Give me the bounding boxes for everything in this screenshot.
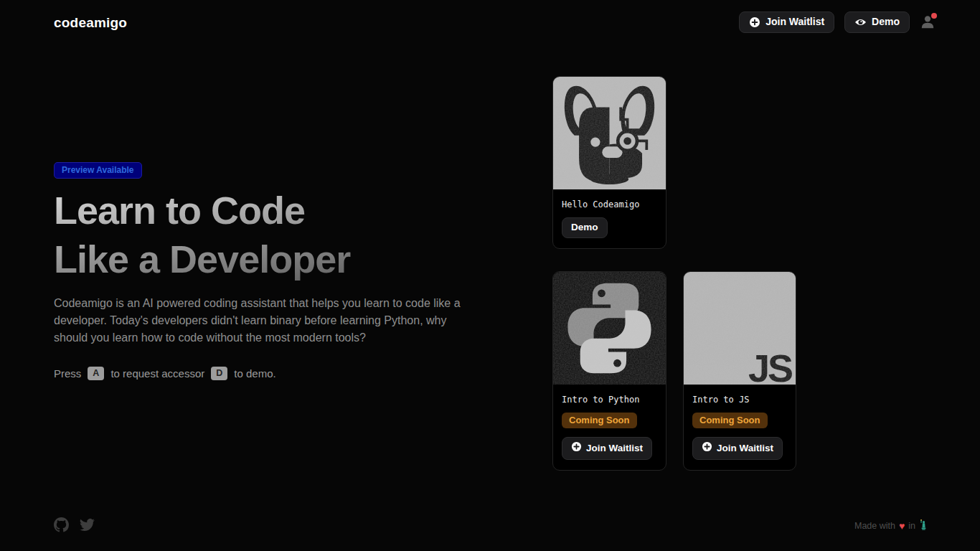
statue-of-liberty-icon	[919, 519, 928, 532]
card-join-waitlist-label: Join Waitlist	[586, 443, 643, 454]
card-demo-label: Demo	[571, 222, 598, 233]
brand-logo[interactable]: codeamigo	[54, 15, 127, 31]
preview-available-badge: Preview Available	[54, 162, 142, 179]
keyboard-hint: Press A to request accessor D to demo.	[54, 367, 484, 380]
plus-circle-icon	[702, 441, 712, 455]
card-join-waitlist-label: Join Waitlist	[717, 443, 773, 454]
made-with-middle: in	[908, 521, 915, 531]
github-link[interactable]	[54, 517, 69, 535]
social-links	[54, 517, 95, 535]
key-d[interactable]: D	[211, 367, 227, 380]
user-silhouette-icon	[920, 20, 936, 32]
join-waitlist-button[interactable]: Join Waitlist	[739, 11, 834, 33]
twitter-icon	[80, 522, 95, 534]
js-logo-text: JS	[748, 346, 791, 385]
card-body: Intro to JS Coming Soon Join Waitlist	[684, 385, 796, 470]
card-demo-button[interactable]: Demo	[562, 217, 608, 238]
plus-circle-icon	[749, 17, 760, 28]
card-body: Hello Codeamigo Demo	[553, 189, 666, 248]
title-line-1: Learn to Code	[54, 186, 484, 235]
nav-actions: Join Waitlist Demo	[739, 11, 936, 33]
made-with-prefix: Made with	[854, 521, 895, 531]
user-avatar[interactable]	[920, 14, 936, 30]
press-suffix: to demo.	[234, 367, 275, 380]
card-intro-to-js: JS Intro to JS Coming Soon Join Waitlist	[683, 271, 796, 471]
press-prefix: Press	[54, 367, 81, 380]
python-logo	[553, 272, 666, 385]
card-title: Intro to Python	[562, 395, 657, 405]
card-hello-codeamigo: Hello Codeamigo Demo	[552, 76, 666, 249]
card-join-waitlist-button[interactable]: Join Waitlist	[562, 437, 652, 460]
lesson-cards: Hello Codeamigo Demo	[552, 76, 796, 471]
card-join-waitlist-button[interactable]: Join Waitlist	[692, 437, 783, 460]
key-a[interactable]: A	[88, 367, 104, 380]
header: codeamigo Join Waitlist Demo	[0, 0, 980, 46]
coming-soon-badge: Coming Soon	[692, 413, 768, 428]
notification-dot	[931, 13, 937, 19]
eye-icon	[854, 17, 867, 27]
demo-button[interactable]: Demo	[844, 11, 910, 32]
codeamigo-dog-logo	[553, 77, 666, 189]
hero-section: Preview Available Learn to Code Like a D…	[54, 162, 484, 380]
hero-description: Codeamigo is an AI powered coding assist…	[54, 295, 473, 347]
page: codeamigo Join Waitlist Demo	[0, 0, 980, 551]
js-logo: JS	[684, 272, 796, 385]
card-intro-to-python: Intro to Python Coming Soon Join Waitlis…	[552, 271, 666, 471]
plus-circle-icon	[571, 441, 582, 455]
title-line-2: Like a Developer	[54, 235, 484, 283]
heart-icon: ♥	[899, 521, 905, 531]
made-with-note: Made with ♥ in	[854, 519, 928, 532]
join-waitlist-label: Join Waitlist	[765, 17, 824, 27]
press-middle: to request accessor	[110, 367, 204, 380]
page-title: Learn to Code Like a Developer	[54, 186, 484, 283]
card-title: Intro to JS	[692, 395, 787, 405]
card-title: Hello Codeamigo	[562, 199, 657, 209]
coming-soon-badge: Coming Soon	[562, 413, 637, 428]
github-icon	[54, 522, 69, 534]
twitter-link[interactable]	[80, 517, 95, 535]
demo-label: Demo	[872, 17, 900, 27]
card-body: Intro to Python Coming Soon Join Waitlis…	[553, 385, 666, 470]
